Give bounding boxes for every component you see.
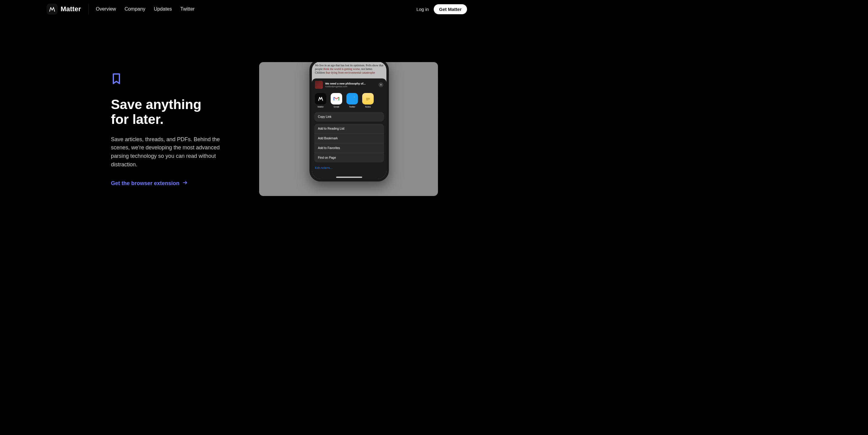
share-sheet-header: We need a new philosophy of... rootsofpr… [312,78,386,91]
home-indicator [336,177,362,178]
share-source: rootsofprogress.com [325,85,376,88]
matter-app-icon [315,93,327,104]
share-action-find-on-page[interactable]: Find on Page [314,153,384,162]
arrow-right-icon [182,180,188,187]
share-app-twitter[interactable]: Twitter [346,93,358,108]
hero-body: Save articles, threads, and PDFs. Behind… [111,135,220,169]
share-action-add-bookmark[interactable]: Add Bookmark [314,133,384,143]
notes-app-icon [362,93,374,104]
share-app-matter[interactable]: Matter [315,93,327,108]
site-header: Matter Overview Company Updates Twitter … [0,2,474,16]
nav-company[interactable]: Company [125,6,145,12]
brand-logo-icon [47,4,58,14]
svg-rect-1 [366,99,370,99]
share-app-label: Notes [365,106,371,108]
share-thumbnail [315,81,323,89]
nav-updates[interactable]: Updates [154,6,172,12]
share-app-label: Twitter [349,106,355,108]
login-link[interactable]: Log in [416,7,429,12]
share-app-label: Matter [318,106,324,108]
browser-extension-link[interactable]: Get the browser extension [111,180,188,187]
hero-left: Save anything for later. Save articles, … [111,73,220,187]
brand-name: Matter [61,5,81,13]
share-action-copy-link[interactable]: Copy Link [314,112,384,122]
share-apps-row: Matter Gmail Twitter [312,91,386,110]
gmail-app-icon [331,93,342,104]
brand[interactable]: Matter [47,4,89,14]
twitter-app-icon [346,93,358,104]
share-app-gmail[interactable]: Gmail [331,93,342,108]
share-action-group: Copy Link [314,112,384,122]
header-right: Log in Get Matter [416,4,467,14]
browser-extension-link-label: Get the browser extension [111,180,179,187]
primary-nav: Overview Company Updates Twitter [89,6,194,12]
bookmark-icon [111,73,122,85]
nav-overview[interactable]: Overview [96,6,116,12]
share-action-group: Add to Reading List Add Bookmark Add to … [314,124,384,162]
hero-headline: Save anything for later. [111,97,220,127]
nav-twitter[interactable]: Twitter [180,6,194,12]
share-app-label: Gmail [334,106,339,108]
phone-mockup: We live in an age that has lost its opti… [309,62,389,181]
share-edit-actions[interactable]: Edit Actions... [312,165,386,172]
close-icon[interactable]: ✕ [378,82,383,87]
hero-media-panel: We live in an age that has lost its opti… [259,62,438,196]
share-action-add-favorites[interactable]: Add to Favorites [314,143,384,153]
share-action-add-reading-list[interactable]: Add to Reading List [314,124,384,133]
ios-share-sheet: We need a new philosophy of... rootsofpr… [312,78,386,179]
svg-rect-2 [366,100,369,100]
share-title: We need a new philosophy of... [325,82,376,85]
share-app-notes[interactable]: Notes [362,93,374,108]
get-matter-button[interactable]: Get Matter [434,4,467,14]
